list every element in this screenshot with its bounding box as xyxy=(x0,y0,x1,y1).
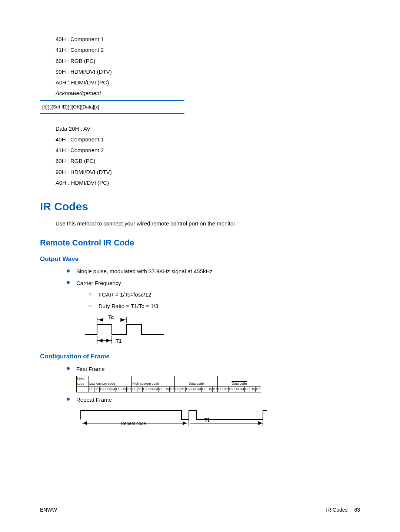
svg-marker-16 xyxy=(259,422,261,425)
footer-left: ENWW xyxy=(40,506,57,514)
repeat-frame-figure: Repeat code Tf xyxy=(78,407,360,429)
page-footer: ENWW IR Codes 63 xyxy=(40,506,360,514)
bit-cell: C1 xyxy=(137,387,143,392)
footer-section: IR Codes xyxy=(326,507,347,513)
svg-marker-13 xyxy=(183,422,186,425)
hdr-data-code-overline: Data code xyxy=(231,382,247,385)
ir-codes-lead: Use this method to connect your wired re… xyxy=(56,219,360,228)
list-item: Repeat Frame Repeat code xyxy=(67,395,360,429)
bit-cell: C1 xyxy=(94,387,100,392)
heading-remote-control-ir-code: Remote Control IR Code xyxy=(40,237,360,249)
bit-cell: C7 xyxy=(169,387,175,392)
code-line: 60H : RGB (PC) xyxy=(56,157,360,165)
code-line: 40H : Component 1 xyxy=(56,135,360,144)
svg-marker-5 xyxy=(121,318,124,321)
list-item: Duty Ratio = T1/Tc = 1/3 xyxy=(89,302,360,310)
svg-marker-9 xyxy=(99,339,102,342)
bit-cell: D1 xyxy=(180,387,186,392)
bit-cell: D3 xyxy=(234,387,239,392)
ack-response-text: [b][ ][Set ID][ ][OK][Data][x] xyxy=(40,101,184,113)
carrier-sublist: FCAR = 1/Tc=fosc/12 Duty Ratio = T1/Tc =… xyxy=(89,290,360,311)
bit-cell: C2 xyxy=(100,387,105,392)
list-item-text: Repeat Frame xyxy=(76,397,112,403)
bit-cell: C3 xyxy=(105,387,110,392)
bit-cell: D5 xyxy=(244,387,250,392)
code-line: 90H : HDMI/DVI (DTV) xyxy=(56,168,360,176)
list-item-text: First Frame xyxy=(76,366,105,372)
list-item: First Frame Lead code Low custom code Hi… xyxy=(67,365,360,392)
bit-cell: C7 xyxy=(126,387,132,392)
bit-cell: D2 xyxy=(186,387,191,392)
hdr-data-code-ovl: Data code xyxy=(218,376,261,387)
bit-cell: C0 xyxy=(89,387,94,392)
code-line: A0H : HDMI/DVI (PC) xyxy=(56,78,360,87)
heading-output-wave: Output Wave xyxy=(40,254,360,264)
code-line: 40H : Component 1 xyxy=(56,35,360,43)
bit-cell: C2 xyxy=(143,387,148,392)
bit-cell: D4 xyxy=(239,387,245,392)
tf-label: Tf xyxy=(204,417,210,423)
heading-configuration-of-frame: Configuration of Frame xyxy=(40,352,360,361)
code-line: 41H : Component 2 xyxy=(56,46,360,54)
code-line: Data 20H : AV xyxy=(56,124,360,133)
svg-marker-10 xyxy=(107,339,110,342)
bit-cell: D2 xyxy=(229,387,234,392)
bit-cell: C0 xyxy=(132,387,137,392)
rule-bottom xyxy=(40,113,184,114)
code-line: 90H : HDMI/DVI (DTV) xyxy=(56,67,360,76)
bit-cell: D3 xyxy=(191,387,196,392)
list-item: Carrier Frequency FCAR = 1/Tc=fosc/12 Du… xyxy=(67,279,360,347)
svg-marker-4 xyxy=(99,318,103,321)
code-line: 60H : RGB (PC) xyxy=(56,57,360,65)
bit-cell: C5 xyxy=(159,387,164,392)
input-codes-block-2: Data 20H : AV 40H : Component 1 41H : Co… xyxy=(56,124,360,187)
acknowledgement-label: Acknowledgement xyxy=(56,89,360,97)
list-item: FCAR = 1/Tc=fosc/12 xyxy=(89,290,360,299)
ack-response-box: [b][ ][Set ID][ ][OK][Data][x] xyxy=(40,100,184,114)
bit-cell: D4 xyxy=(196,387,202,392)
hdr-low-custom: Low custom code xyxy=(89,376,132,387)
hdr-lead-code: Lead code xyxy=(77,376,89,387)
code-line: A0H : HDMI/DVI (PC) xyxy=(56,178,360,187)
bit-cell: D7 xyxy=(255,387,261,392)
list-item-text: Carrier Frequency xyxy=(76,280,121,286)
output-wave-list: Single pulse, modulated with 37.9KHz sig… xyxy=(67,267,360,347)
bit-row: C0C1C2C3C4C5C6C7C0C1C2C3C4C5C6C7D0D1D2D3… xyxy=(77,387,261,392)
footer-right: IR Codes 63 xyxy=(321,506,360,514)
bit-cell: D6 xyxy=(250,387,256,392)
list-item-text: Single pulse, modulated with 37.9KHz sig… xyxy=(76,268,213,274)
input-codes-block-1: 40H : Component 1 41H : Component 2 60H … xyxy=(56,35,360,98)
first-frame-table: Lead code Low custom code High custom co… xyxy=(76,376,261,392)
hdr-data-code: Data code xyxy=(175,376,218,387)
bit-cell: D1 xyxy=(223,387,229,392)
svg-marker-12 xyxy=(84,422,87,425)
list-item-text: Duty Ratio = T1/Tc = 1/3 xyxy=(99,303,158,309)
heading-ir-codes: IR Codes xyxy=(40,198,360,215)
bit-cell: C5 xyxy=(116,387,121,392)
list-item: Single pulse, modulated with 37.9KHz sig… xyxy=(67,267,360,275)
repeat-code-label: Repeat code xyxy=(121,421,146,426)
bit-cell: D6 xyxy=(207,387,213,392)
bit-cell: D0 xyxy=(218,387,223,392)
footer-page-number: 63 xyxy=(354,507,360,513)
tc-label: Tc xyxy=(108,314,114,320)
bit-cell: C4 xyxy=(153,387,159,392)
bit-cell: D0 xyxy=(175,387,180,392)
hdr-high-custom: High custom code xyxy=(132,376,175,387)
t1-label: T1 xyxy=(116,338,122,344)
bit-cell: C4 xyxy=(110,387,116,392)
list-item-text: FCAR = 1/Tc=fosc/12 xyxy=(99,291,151,298)
config-frame-list: First Frame Lead code Low custom code Hi… xyxy=(67,365,360,429)
bit-cell: C6 xyxy=(164,387,170,392)
bit-cell: C3 xyxy=(148,387,153,392)
bit-cell: D7 xyxy=(212,387,218,392)
first-frame-figure: Lead code Low custom code High custom co… xyxy=(76,376,360,392)
code-line: 41H : Component 2 xyxy=(56,146,360,154)
page: 40H : Component 1 41H : Component 2 60H … xyxy=(0,0,400,532)
bit-cell: D5 xyxy=(201,387,207,392)
lead-cell xyxy=(77,387,89,392)
bit-cell: C6 xyxy=(121,387,127,392)
output-wave-figure: Tc T1 xyxy=(82,313,360,347)
